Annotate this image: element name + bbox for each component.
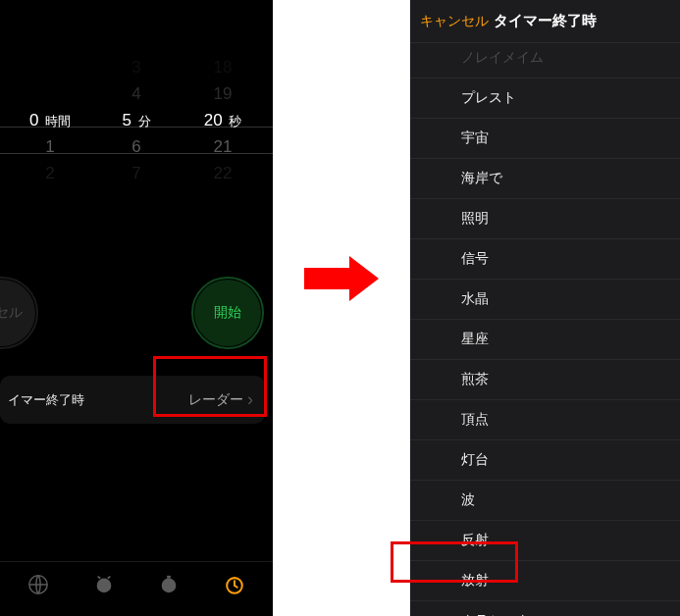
picker-faded: 4 (93, 80, 180, 107)
picker-selected: 20 秒 (180, 107, 266, 133)
sound-option[interactable]: 水晶 (410, 280, 680, 320)
sound-option-cutoff[interactable]: ノレイメイム (410, 43, 680, 78)
svg-point-1 (96, 579, 111, 593)
alarm-tab[interactable] (93, 574, 115, 600)
sound-option[interactable]: 波 (410, 481, 680, 521)
modal-header: キャンセル タイマー終了時 (410, 0, 680, 43)
picker-faded: 3 (93, 54, 180, 80)
cancel-button[interactable]: ンセル (0, 280, 35, 346)
picker-minutes[interactable]: 3 4 5 分 6 7 (93, 54, 180, 186)
sound-option[interactable]: クラシック (410, 601, 680, 616)
picker-faded: 1 (7, 133, 93, 160)
picker-faded (7, 54, 93, 80)
picker-hours[interactable]: 0 時間 1 2 (7, 54, 93, 186)
tab-bar (0, 561, 273, 616)
svg-rect-3 (167, 576, 171, 579)
when-ends-label: イマー終了時 (8, 391, 84, 409)
timer-tab[interactable] (224, 574, 245, 600)
sound-picker-screen: キャンセル タイマー終了時 ノレイメイム プレスト宇宙海岸で照明信号水晶星座煎茶… (410, 0, 680, 616)
arrow-annotation (273, 0, 410, 616)
picker-faded: 7 (93, 160, 180, 186)
arrow-right-icon (304, 256, 379, 301)
sound-option[interactable]: 灯台 (410, 440, 680, 481)
start-button[interactable]: 開始 (194, 280, 261, 346)
timer-screen: 0 時間 1 2 3 4 5 分 6 7 18 19 20 秒 21 22 ンセ… (0, 0, 273, 616)
sound-option[interactable]: 信号 (410, 239, 680, 280)
picker-faded: 21 (180, 133, 266, 160)
sound-option[interactable]: 照明 (410, 199, 680, 239)
world-clock-tab[interactable] (27, 574, 49, 600)
picker[interactable]: 0 時間 1 2 3 4 5 分 6 7 18 19 20 秒 21 22 (0, 0, 273, 186)
stopwatch-tab[interactable] (158, 574, 180, 600)
sound-option[interactable]: 頂点 (410, 400, 680, 440)
sound-option[interactable]: プレスト (410, 78, 680, 119)
picker-seconds[interactable]: 18 19 20 秒 21 22 (180, 54, 266, 186)
annotation-highlight (391, 541, 518, 583)
picker-faded: 18 (180, 54, 266, 80)
sound-option[interactable]: 煎茶 (410, 360, 680, 400)
cancel-button[interactable]: キャンセル (420, 13, 489, 30)
picker-selected: 5 分 (93, 107, 180, 133)
sound-option[interactable]: 宇宙 (410, 119, 680, 159)
picker-faded: 6 (93, 133, 180, 160)
picker-faded: 19 (180, 80, 266, 107)
annotation-highlight (153, 356, 267, 417)
picker-faded: 22 (180, 160, 266, 186)
svg-point-2 (162, 579, 177, 593)
picker-faded: 2 (7, 160, 93, 186)
modal-title: タイマー終了時 (494, 12, 597, 30)
picker-selected: 0 時間 (7, 107, 93, 133)
sound-option[interactable]: 海岸で (410, 159, 680, 199)
sound-option[interactable]: 星座 (410, 320, 680, 360)
sound-list[interactable]: ノレイメイム プレスト宇宙海岸で照明信号水晶星座煎茶頂点灯台波反射放射クラシック… (410, 43, 680, 616)
picker-faded (7, 80, 93, 107)
